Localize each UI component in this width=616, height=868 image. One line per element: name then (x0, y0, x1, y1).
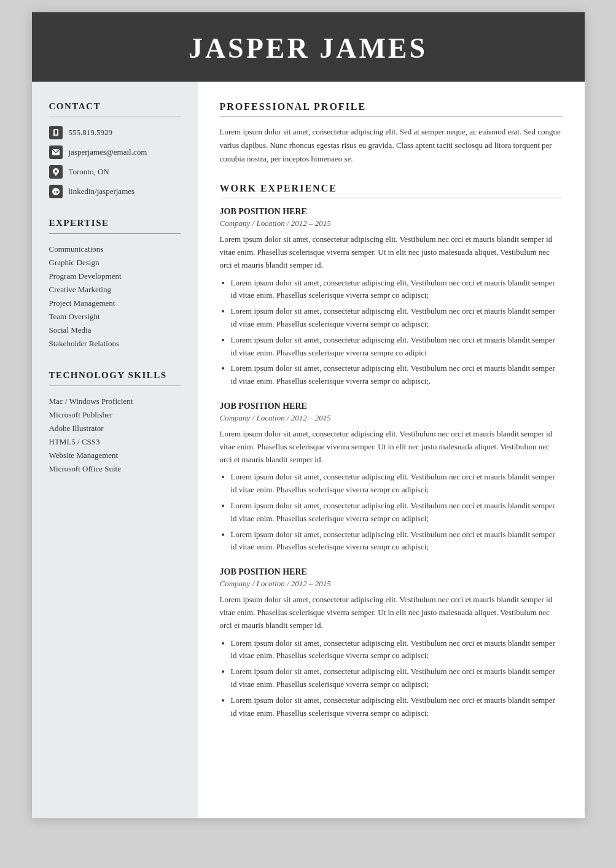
contact-phone: 555.819.5929 (49, 126, 181, 139)
location-text: Toronto, ON (69, 167, 109, 177)
technology-section: TECHNOLOGY SKILLS Mac / Windows Proficie… (49, 370, 181, 476)
job-desc-3: Lorem ipsum dolor sit amet, consectetur … (220, 594, 563, 632)
job-bullets-3: Lorem ipsum dolor sit amet, consectetur … (231, 637, 563, 720)
job-desc-2: Lorem ipsum dolor sit amet, consectetur … (220, 428, 563, 466)
bullet-item: Lorem ipsum dolor sit amet, consectetur … (231, 362, 563, 388)
bullet-item: Lorem ipsum dolor sit amet, consectetur … (231, 277, 563, 303)
job-block-2: JOB POSITION HERE Company / Location / 2… (220, 401, 563, 554)
phone-icon (49, 126, 63, 139)
profile-title: PROFESSIONAL PROFILE (220, 101, 563, 112)
experience-section: WORK EXPERIENCE JOB POSITION HERE Compan… (220, 183, 563, 719)
email-text: jasperjames@email.com (69, 147, 147, 157)
job-desc-1: Lorem ipsum dolor sit amet, consectetur … (220, 233, 563, 271)
candidate-name: JASPER JAMES (57, 32, 560, 64)
header: JASPER JAMES (32, 12, 585, 82)
contact-location: Toronto, ON (49, 165, 181, 179)
expertise-item: Creative Marketing (49, 283, 181, 296)
contact-divider (49, 117, 181, 117)
bullet-item: Lorem ipsum dolor sit amet, consectetur … (231, 471, 563, 497)
bullet-item: Lorem ipsum dolor sit amet, consectetur … (231, 694, 563, 720)
phone-text: 555.819.5929 (69, 128, 113, 138)
technology-title: TECHNOLOGY SKILLS (49, 370, 181, 381)
bullet-item: Lorem ipsum dolor sit amet, consectetur … (231, 529, 563, 554)
expertise-section: EXPERTISE Communications Graphic Design … (49, 218, 181, 351)
technology-divider (49, 386, 181, 386)
bullet-item: Lorem ipsum dolor sit amet, consectetur … (231, 305, 563, 331)
job-company-1: Company / Location / 2012 – 2015 (220, 219, 563, 228)
profile-section: PROFESSIONAL PROFILE Lorem ipsum dolor s… (220, 101, 563, 166)
expertise-item: Graphic Design (49, 256, 181, 269)
job-title-1: JOB POSITION HERE (220, 207, 563, 217)
tech-item: Mac / Windows Proficient (49, 395, 181, 408)
job-bullets-1: Lorem ipsum dolor sit amet, consectetur … (231, 277, 563, 388)
sidebar: CONTACT 555.819.5929 (32, 82, 198, 818)
experience-divider (220, 198, 563, 198)
svg-marker-6 (54, 173, 58, 176)
expertise-item: Team Oversight (49, 310, 181, 324)
expertise-item: Communications (49, 242, 181, 256)
expertise-item: Social Media (49, 324, 181, 337)
job-bullets-2: Lorem ipsum dolor sit amet, consectetur … (231, 471, 563, 554)
linkedin-text: linkedin/jasperjames (69, 187, 135, 196)
contact-title: CONTACT (49, 101, 181, 112)
bullet-item: Lorem ipsum dolor sit amet, consectetur … (231, 637, 563, 663)
tech-item: HTML5 / CSS3 (49, 435, 181, 449)
profile-text: Lorem ipsum dolor sit amet, consectetur … (220, 125, 563, 166)
svg-rect-2 (55, 135, 57, 136)
contact-linkedin: in linkedin/jasperjames (49, 185, 181, 198)
svg-text:in: in (54, 189, 58, 195)
tech-item: Microsoft Office Suite (49, 462, 181, 476)
contact-email: jasperjames@email.com (49, 145, 181, 159)
job-title-2: JOB POSITION HERE (220, 401, 563, 411)
svg-point-5 (55, 170, 57, 172)
contact-section: CONTACT 555.819.5929 (49, 101, 181, 198)
experience-title: WORK EXPERIENCE (220, 183, 563, 194)
svg-rect-1 (55, 130, 57, 134)
bullet-item: Lorem ipsum dolor sit amet, consectetur … (231, 665, 563, 691)
job-company-3: Company / Location / 2012 – 2015 (220, 579, 563, 589)
body: CONTACT 555.819.5929 (32, 82, 585, 818)
email-icon (49, 145, 63, 159)
expertise-item: Project Management (49, 296, 181, 310)
profile-divider (220, 116, 563, 117)
job-block-1: JOB POSITION HERE Company / Location / 2… (220, 207, 563, 388)
expertise-title: EXPERTISE (49, 218, 181, 228)
location-icon (49, 165, 63, 179)
tech-item: Adobe Illustrator (49, 422, 181, 435)
tech-item: Microsoft Publisher (49, 408, 181, 422)
expertise-item: Program Development (49, 269, 181, 283)
job-company-2: Company / Location / 2012 – 2015 (220, 413, 563, 423)
linkedin-icon: in (49, 185, 63, 198)
main-content: PROFESSIONAL PROFILE Lorem ipsum dolor s… (198, 82, 585, 818)
expertise-divider (49, 233, 181, 234)
tech-item: Website Management (49, 449, 181, 462)
job-title-3: JOB POSITION HERE (220, 567, 563, 577)
expertise-item: Stakeholder Relations (49, 337, 181, 351)
job-block-3: JOB POSITION HERE Company / Location / 2… (220, 567, 563, 719)
bullet-item: Lorem ipsum dolor sit amet, consectetur … (231, 500, 563, 525)
bullet-item: Lorem ipsum dolor sit amet, consectetur … (231, 334, 563, 360)
resume-wrapper: JASPER JAMES CONTACT 555.819.5929 (32, 12, 585, 818)
